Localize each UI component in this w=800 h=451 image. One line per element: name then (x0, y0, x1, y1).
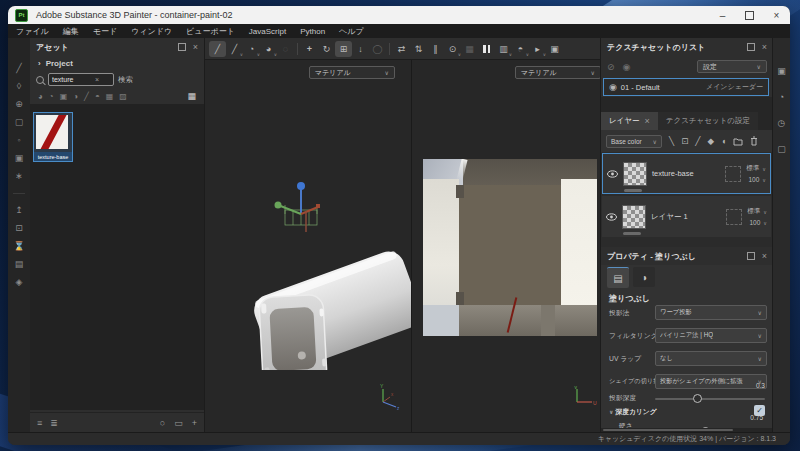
menu-window[interactable]: ウィンドウ (131, 26, 172, 37)
minimize-button[interactable]: – (709, 6, 736, 24)
uv-texture-view[interactable] (423, 159, 597, 336)
menu-mode[interactable]: モード (93, 26, 117, 37)
project-section[interactable]: › Project (30, 56, 204, 71)
menu-help[interactable]: ヘルプ (339, 26, 364, 37)
open-folder-icon[interactable]: ▭ (174, 418, 183, 428)
eye-icon[interactable]: ◉ (609, 82, 617, 92)
eye-icon[interactable] (607, 170, 618, 178)
menu-javascript[interactable]: JavaScript (249, 27, 286, 36)
hide-all-eye-icon[interactable]: ⊘ (607, 62, 615, 72)
paint-tool-icon[interactable]: ╱ (16, 64, 21, 73)
add-paint-layer-icon[interactable]: ╱ (695, 136, 700, 146)
channel-dropdown[interactable]: Base color ∨ (606, 135, 662, 148)
close-panel-icon[interactable]: × (762, 43, 767, 52)
camera-settings-icon[interactable]: ▸∨ (529, 41, 546, 57)
show-all-eye-icon[interactable]: ◉ (623, 62, 631, 72)
projection-dropdown[interactable]: ワープ投影∨ (655, 305, 767, 320)
symmetry-y-icon[interactable]: ⇅ (410, 41, 427, 57)
viewport-2d[interactable]: マテリアル ∨ V U (412, 60, 600, 432)
menu-edit[interactable]: 編集 (63, 26, 79, 37)
texture-set-filter-dropdown[interactable]: 設定 ∨ (697, 60, 767, 73)
resources-icon[interactable]: ▤ (15, 260, 24, 269)
menu-python[interactable]: Python (300, 27, 325, 36)
texture-set-item[interactable]: ◉ 01 - Default メインシェーダー (603, 78, 769, 96)
blend-mode-dropdown[interactable]: 標準∨ (747, 207, 767, 216)
display-settings-icon[interactable]: ▥∨ (495, 41, 512, 57)
brush-preset-icon[interactable]: ╱∨ (226, 41, 243, 57)
tab-texture-set-settings[interactable]: テクスチャセットの設定 (658, 112, 758, 130)
eye-icon[interactable] (606, 213, 617, 221)
history-icon[interactable]: ⌛ (13, 242, 24, 251)
opacity-dropdown[interactable]: 100∨ (748, 176, 766, 183)
layer-row-texture-base[interactable]: texture-base 標準∨ 100∨ (602, 153, 771, 194)
add-asset-icon[interactable]: + (192, 418, 197, 428)
add-effect-icon[interactable]: ╲ (669, 136, 674, 146)
clone-tool-icon[interactable]: ▣ (15, 154, 24, 163)
filter-smart-materials-icon[interactable]: ◔ (49, 92, 54, 101)
add-smart-material-icon[interactable]: ⊡ (681, 136, 688, 146)
tab-layers[interactable]: レイヤー × (601, 112, 658, 130)
apply-projection-icon[interactable]: ↓ (352, 41, 369, 57)
rotate-gizmo-icon[interactable]: ↻ (318, 41, 335, 57)
eraser-tool-icon[interactable]: ◊ (17, 82, 21, 91)
stroke-path-tool-icon[interactable]: ╱ (209, 41, 226, 57)
stencil-mode-icon[interactable]: ◕∨ (260, 41, 277, 57)
smart-material-icon[interactable]: ⊡ (15, 224, 23, 233)
screenshot-icon[interactable]: ▣ (546, 41, 563, 57)
projection-depth-knob[interactable] (693, 394, 702, 403)
symmetry-x-icon[interactable]: ⇄ (393, 41, 410, 57)
layer-row-layer1[interactable]: レイヤー 1 標準∨ 100∨ (602, 196, 771, 237)
filtering-dropdown[interactable]: バイリニア法 | HQ∨ (655, 328, 767, 343)
dock-texture-set-icon[interactable]: ▢ (777, 144, 786, 154)
delete-layer-trash-icon[interactable] (750, 136, 758, 146)
material-mode-icon[interactable]: ◔∨ (243, 41, 260, 57)
close-panel-icon[interactable]: × (193, 43, 198, 52)
tab-sphere-preview[interactable]: ◑ (633, 267, 655, 287)
close-panel-icon[interactable]: × (762, 252, 767, 261)
close-button[interactable]: × (763, 6, 790, 24)
menu-viewport[interactable]: ビューポート (186, 26, 235, 37)
manipulator-icon[interactable]: ◯ (369, 41, 386, 57)
clear-search-icon[interactable]: × (95, 75, 99, 84)
refresh-icon[interactable]: ○ (160, 418, 165, 428)
export-icon[interactable]: ↥ (15, 206, 23, 215)
filter-textures-icon[interactable]: ▦ (106, 92, 114, 101)
dock-shader-icon[interactable]: ◔ (779, 92, 784, 102)
shader-settings-icon[interactable]: ◓∨ (512, 41, 529, 57)
grid-view-icon[interactable]: ▦ (187, 91, 196, 101)
layer-thumbnail[interactable] (622, 205, 646, 229)
add-fill-layer-icon[interactable]: ◆ (707, 136, 714, 146)
menu-file[interactable]: ファイル (16, 26, 49, 37)
asset-detail-view-icon[interactable]: ≣ (50, 418, 58, 428)
mask-slot[interactable] (726, 209, 742, 225)
float-panel-icon[interactable] (178, 43, 186, 51)
mask-slot[interactable] (725, 166, 741, 182)
asset-thumbnail-texture-base[interactable]: texture-base (33, 112, 73, 162)
polygon-fill-tool-icon[interactable]: ▢ (15, 118, 24, 127)
lazy-mouse-icon[interactable]: ◌ (277, 41, 294, 57)
material-picker-tool-icon[interactable]: ∗ (15, 172, 23, 181)
add-smart-mask-icon[interactable]: ◖ (721, 136, 726, 146)
blend-mode-dropdown[interactable]: 標準∨ (746, 164, 766, 173)
opacity-dropdown[interactable]: 100∨ (749, 219, 767, 226)
transform-gizmo[interactable] (271, 178, 331, 238)
add-group-folder-icon[interactable] (733, 137, 743, 146)
smudge-tool-icon[interactable]: ◦ (17, 136, 20, 145)
viewport-3d[interactable]: マテリアル ∨ (205, 60, 412, 432)
filter-materials-icon[interactable]: ◕ (38, 92, 43, 101)
snap-icon[interactable]: ⊙∨ (444, 41, 461, 57)
float-panel-icon[interactable] (747, 43, 755, 51)
asset-list-view-icon[interactable]: ≡ (37, 418, 42, 428)
dock-display-icon[interactable]: ▣ (777, 66, 786, 76)
filter-smart-masks-icon[interactable]: ▣ (60, 92, 68, 101)
close-tab-icon[interactable]: × (645, 117, 650, 126)
pause-engine-icon[interactable] (478, 41, 495, 57)
scale-gizmo-icon[interactable]: ⊞ (335, 41, 352, 57)
projection-depth-slider[interactable] (655, 398, 765, 400)
maximize-button[interactable] (736, 6, 763, 24)
shape-crop-dropdown[interactable]: 投影がシェイプの外側に拡張∨ (655, 374, 767, 389)
shelf-icon[interactable]: ◈ (16, 278, 23, 287)
dock-history-icon[interactable]: ◷ (778, 118, 786, 128)
search-input[interactable] (52, 76, 92, 83)
filter-environments-icon[interactable]: ▨ (119, 92, 127, 101)
